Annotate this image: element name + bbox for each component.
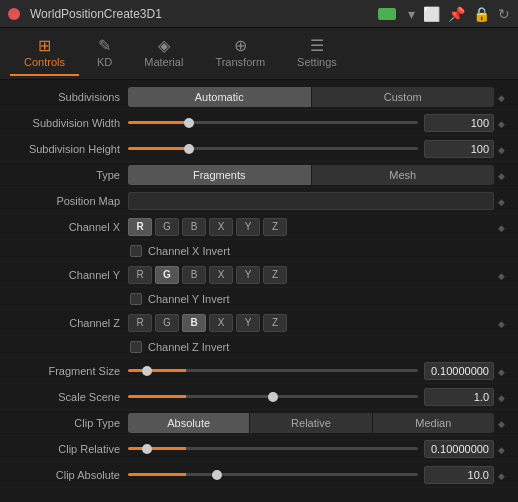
dropdown-btn[interactable]: ▾: [408, 6, 415, 22]
channel-y-diamond[interactable]: [498, 269, 510, 281]
position-map-input[interactable]: [128, 192, 494, 210]
clip-type-absolute-btn[interactable]: Absolute: [128, 413, 250, 433]
clip-relative-control: 0.10000000: [128, 440, 494, 458]
type-mesh-btn[interactable]: Mesh: [312, 165, 495, 185]
subdivision-width-slider[interactable]: [128, 121, 418, 124]
content-area: Subdivisions Automatic Custom Subdivisio…: [0, 80, 518, 502]
traffic-light-close[interactable]: [8, 8, 20, 20]
subdivision-height-slider-wrap: 100: [128, 140, 494, 158]
row-subdivisions: Subdivisions Automatic Custom: [0, 84, 518, 110]
channel-y-label: Channel Y: [8, 269, 128, 281]
ch-y-g-btn[interactable]: G: [155, 266, 179, 284]
channel-y-control: R G B X Y Z: [128, 266, 494, 284]
row-subdivision-height: Subdivision Height 100: [0, 136, 518, 162]
title-bar-controls: ▾ ⬜ 📌 🔒 ↻: [378, 6, 510, 22]
clip-absolute-slider-wrap: 10.0: [128, 466, 494, 484]
ch-x-r-btn[interactable]: R: [128, 218, 152, 236]
window-btn-1[interactable]: ⬜: [423, 6, 440, 22]
ch-y-x-btn[interactable]: X: [209, 266, 233, 284]
ch-y-y-btn[interactable]: Y: [236, 266, 260, 284]
subdivision-width-value[interactable]: 100: [424, 114, 494, 132]
kd-icon: ✎: [98, 38, 111, 54]
tab-kd[interactable]: ✎ KD: [83, 32, 126, 76]
clip-relative-diamond[interactable]: [498, 443, 510, 455]
ch-y-b-btn[interactable]: B: [182, 266, 206, 284]
scale-scene-slider-wrap: 1.0: [128, 388, 494, 406]
refresh-btn[interactable]: ↻: [498, 6, 510, 22]
ch-z-x-btn[interactable]: X: [209, 314, 233, 332]
clip-relative-slider[interactable]: [128, 447, 418, 450]
scale-scene-label: Scale Scene: [8, 391, 128, 403]
fragment-size-diamond[interactable]: [498, 365, 510, 377]
type-fragments-btn[interactable]: Fragments: [128, 165, 312, 185]
tab-settings[interactable]: ☰ Settings: [283, 32, 351, 76]
pin-btn[interactable]: 📌: [448, 6, 465, 22]
clip-type-median-btn[interactable]: Median: [373, 413, 494, 433]
row-channel-z: Channel Z R G B X Y Z: [0, 310, 518, 336]
tab-bar: ⊞ Controls ✎ KD ◈ Material ⊕ Transform ☰…: [0, 28, 518, 80]
subdivisions-control: Automatic Custom: [128, 87, 494, 107]
clip-type-diamond[interactable]: [498, 417, 510, 429]
channel-x-control: R G B X Y Z: [128, 218, 494, 236]
ch-z-b-btn[interactable]: B: [182, 314, 206, 332]
fragment-size-value[interactable]: 0.10000000: [424, 362, 494, 380]
controls-icon: ⊞: [38, 38, 51, 54]
ch-z-y-btn[interactable]: Y: [236, 314, 260, 332]
tab-controls[interactable]: ⊞ Controls: [10, 32, 79, 76]
row-channel-x-invert: Channel X Invert: [0, 240, 518, 262]
row-channel-y-invert: Channel Y Invert: [0, 288, 518, 310]
subdivisions-diamond[interactable]: [498, 91, 510, 103]
tab-transform[interactable]: ⊕ Transform: [201, 32, 279, 76]
scale-scene-value[interactable]: 1.0: [424, 388, 494, 406]
clip-relative-slider-wrap: 0.10000000: [128, 440, 494, 458]
type-diamond[interactable]: [498, 169, 510, 181]
row-clip-relative: Clip Relative 0.10000000: [0, 436, 518, 462]
clip-absolute-diamond[interactable]: [498, 469, 510, 481]
channel-z-buttons: R G B X Y Z: [128, 314, 287, 332]
fragment-size-slider[interactable]: [128, 369, 418, 372]
ch-x-y-btn[interactable]: Y: [236, 218, 260, 236]
ch-y-r-btn[interactable]: R: [128, 266, 152, 284]
ch-x-g-btn[interactable]: G: [155, 218, 179, 236]
channel-x-label: Channel X: [8, 221, 128, 233]
subdivision-height-value[interactable]: 100: [424, 140, 494, 158]
scale-scene-diamond[interactable]: [498, 391, 510, 403]
subdivisions-automatic-btn[interactable]: Automatic: [128, 87, 312, 107]
green-indicator: [378, 8, 396, 20]
channel-x-buttons: R G B X Y Z: [128, 218, 287, 236]
lock-btn[interactable]: 🔒: [473, 6, 490, 22]
subdivision-width-diamond[interactable]: [498, 117, 510, 129]
row-clip-absolute: Clip Absolute 10.0: [0, 462, 518, 488]
clip-absolute-value[interactable]: 10.0: [424, 466, 494, 484]
channel-y-invert-checkbox[interactable]: [130, 293, 142, 305]
clip-type-relative-btn[interactable]: Relative: [250, 413, 372, 433]
fragment-size-slider-wrap: 0.10000000: [128, 362, 494, 380]
channel-x-diamond[interactable]: [498, 221, 510, 233]
ch-z-r-btn[interactable]: R: [128, 314, 152, 332]
channel-z-diamond[interactable]: [498, 317, 510, 329]
ch-z-z-btn[interactable]: Z: [263, 314, 287, 332]
ch-x-z-btn[interactable]: Z: [263, 218, 287, 236]
type-label: Type: [8, 169, 128, 181]
scale-scene-slider[interactable]: [128, 395, 418, 398]
subdivision-width-slider-wrap: 100: [128, 114, 494, 132]
ch-x-x-btn[interactable]: X: [209, 218, 233, 236]
clip-type-segmented: Absolute Relative Median: [128, 413, 494, 433]
clip-relative-value[interactable]: 0.10000000: [424, 440, 494, 458]
clip-absolute-slider[interactable]: [128, 473, 418, 476]
subdivision-width-label: Subdivision Width: [8, 117, 128, 129]
subdivision-width-control: 100: [128, 114, 494, 132]
subdivision-height-slider[interactable]: [128, 147, 418, 150]
ch-x-b-btn[interactable]: B: [182, 218, 206, 236]
material-icon: ◈: [158, 38, 170, 54]
subdivision-height-diamond[interactable]: [498, 143, 510, 155]
row-clip-type: Clip Type Absolute Relative Median: [0, 410, 518, 436]
channel-x-invert-checkbox[interactable]: [130, 245, 142, 257]
tab-controls-label: Controls: [24, 56, 65, 68]
channel-z-invert-checkbox[interactable]: [130, 341, 142, 353]
ch-z-g-btn[interactable]: G: [155, 314, 179, 332]
position-map-diamond[interactable]: [498, 195, 510, 207]
ch-y-z-btn[interactable]: Z: [263, 266, 287, 284]
tab-material[interactable]: ◈ Material: [130, 32, 197, 76]
subdivisions-custom-btn[interactable]: Custom: [312, 87, 495, 107]
